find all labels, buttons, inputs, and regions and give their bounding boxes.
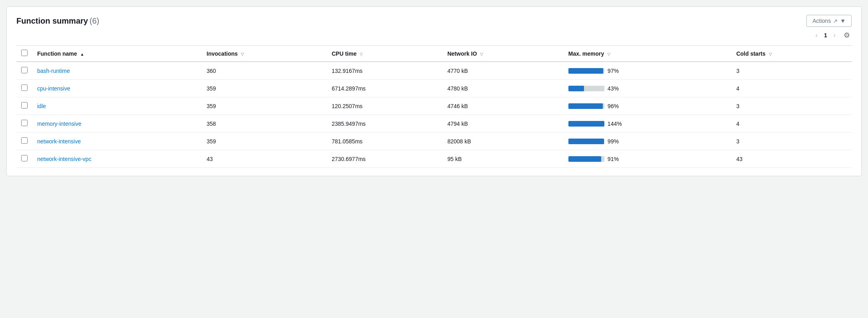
sort-desc-icon-memory: ▽	[607, 52, 610, 56]
cell-max-memory: 96%	[564, 97, 732, 115]
row-checkbox[interactable]	[21, 155, 28, 161]
row-checkbox-cell	[16, 80, 32, 97]
select-all-checkbox[interactable]	[21, 50, 28, 56]
memory-bar-bg	[568, 121, 604, 127]
cell-max-memory: 97%	[564, 62, 732, 80]
cell-cold-starts: 4	[732, 80, 852, 97]
memory-cell-content: 43%	[568, 85, 727, 92]
actions-label: Actions	[812, 18, 831, 24]
function-name-link[interactable]: bash-runtime	[37, 68, 70, 74]
row-checkbox-cell	[16, 62, 32, 80]
title-count: (6)	[90, 16, 99, 25]
cell-max-memory: 91%	[564, 150, 732, 168]
memory-bar-fill	[568, 86, 584, 91]
cell-network-io: 4780 kB	[442, 80, 563, 97]
prev-page-button[interactable]: ‹	[813, 31, 820, 40]
header-cold-starts[interactable]: Cold starts ▽	[732, 46, 852, 62]
function-name-link[interactable]: cpu-intensive	[37, 85, 70, 92]
cell-invocations: 359	[202, 133, 327, 150]
row-checkbox[interactable]	[21, 137, 28, 144]
sort-desc-icon-cold: ▽	[769, 52, 772, 56]
memory-bar-fill	[568, 68, 603, 74]
row-checkbox[interactable]	[21, 85, 28, 91]
cell-max-memory: 43%	[564, 80, 732, 97]
table-header-row: Function name ▲ Invocations ▽ CPU time ▽…	[16, 46, 852, 62]
page-number: 1	[824, 32, 827, 38]
memory-pct-label: 96%	[608, 103, 622, 109]
cell-cpu-time: 6714.2897ms	[327, 80, 442, 97]
cell-cold-starts: 3	[732, 62, 852, 80]
memory-pct-label: 97%	[608, 68, 622, 74]
table-body: bash-runtime360132.9167ms4770 kB97%3cpu-…	[16, 62, 852, 168]
external-link-icon: ↗	[833, 18, 838, 24]
sort-asc-icon: ▲	[80, 52, 84, 56]
function-name-link[interactable]: memory-intensive	[37, 121, 81, 127]
cell-cpu-time: 781.0585ms	[327, 133, 442, 150]
cell-max-memory: 144%	[564, 115, 732, 133]
header-invocations[interactable]: Invocations ▽	[202, 46, 327, 62]
row-checkbox-cell	[16, 97, 32, 115]
row-checkbox[interactable]	[21, 67, 28, 73]
settings-button[interactable]: ⚙	[842, 30, 852, 40]
title-text: Function summary	[16, 16, 88, 25]
cell-function-name: idle	[32, 97, 202, 115]
row-checkbox[interactable]	[21, 120, 28, 126]
cell-function-name: cpu-intensive	[32, 80, 202, 97]
memory-pct-label: 43%	[608, 85, 622, 92]
cell-function-name: network-intensive-vpc	[32, 150, 202, 168]
header-cpu-time[interactable]: CPU time ▽	[327, 46, 442, 62]
row-checkbox-cell	[16, 133, 32, 150]
cell-function-name: memory-intensive	[32, 115, 202, 133]
table-row: memory-intensive3582385.9497ms4794 kB144…	[16, 115, 852, 133]
table-row: bash-runtime360132.9167ms4770 kB97%3	[16, 62, 852, 80]
table-row: idle359120.2507ms4746 kB96%3	[16, 97, 852, 115]
memory-bar-bg	[568, 156, 604, 162]
memory-cell-content: 96%	[568, 103, 727, 109]
next-page-button[interactable]: ›	[831, 31, 838, 40]
header-network-io[interactable]: Network IO ▽	[442, 46, 563, 62]
cell-invocations: 358	[202, 115, 327, 133]
actions-button[interactable]: Actions ↗ ▼	[806, 15, 852, 27]
memory-bar-fill	[568, 121, 604, 127]
function-table: Function name ▲ Invocations ▽ CPU time ▽…	[16, 45, 852, 168]
cell-invocations: 360	[202, 62, 327, 80]
header-actions: Actions ↗ ▼	[806, 15, 852, 27]
memory-cell-content: 91%	[568, 156, 727, 162]
memory-bar-bg	[568, 139, 604, 144]
sort-desc-icon-cpu: ▽	[360, 52, 363, 56]
cell-function-name: network-intensive	[32, 133, 202, 150]
memory-pct-label: 99%	[608, 138, 622, 145]
cell-max-memory: 99%	[564, 133, 732, 150]
sort-desc-icon-network: ▽	[480, 52, 483, 56]
sort-desc-icon: ▽	[241, 52, 244, 56]
memory-cell-content: 144%	[568, 121, 727, 127]
memory-cell-content: 97%	[568, 68, 727, 74]
function-name-link[interactable]: idle	[37, 103, 46, 109]
memory-bar-bg	[568, 103, 604, 109]
function-name-link[interactable]: network-intensive	[37, 138, 81, 145]
panel-title: Function summary (6)	[16, 16, 99, 26]
row-checkbox[interactable]	[21, 102, 28, 109]
dropdown-icon: ▼	[840, 18, 846, 24]
cell-invocations: 43	[202, 150, 327, 168]
cell-cpu-time: 120.2507ms	[327, 97, 442, 115]
cell-function-name: bash-runtime	[32, 62, 202, 80]
header-max-memory[interactable]: Max. memory ▽	[564, 46, 732, 62]
header-row: Function summary (6) Actions ↗ ▼	[16, 15, 852, 27]
row-checkbox-cell	[16, 115, 32, 133]
cell-cpu-time: 132.9167ms	[327, 62, 442, 80]
memory-bar-fill	[568, 139, 604, 144]
memory-cell-content: 99%	[568, 138, 727, 145]
table-row: network-intensive-vpc432730.6977ms95 kB9…	[16, 150, 852, 168]
cell-invocations: 359	[202, 97, 327, 115]
memory-bar-bg	[568, 86, 604, 91]
memory-pct-label: 91%	[608, 156, 622, 162]
memory-bar-fill	[568, 156, 601, 162]
cell-network-io: 82008 kB	[442, 133, 563, 150]
cell-cpu-time: 2730.6977ms	[327, 150, 442, 168]
memory-pct-label: 144%	[608, 121, 622, 127]
header-function-name[interactable]: Function name ▲	[32, 46, 202, 62]
function-name-link[interactable]: network-intensive-vpc	[37, 156, 91, 162]
cell-invocations: 359	[202, 80, 327, 97]
cell-network-io: 95 kB	[442, 150, 563, 168]
